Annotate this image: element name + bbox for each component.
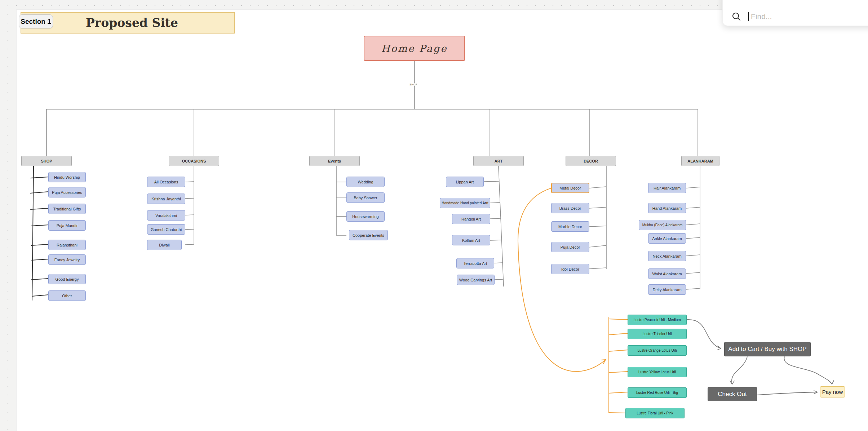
node-puja-accessories[interactable]: Puja Accessories bbox=[48, 187, 86, 197]
text-caret bbox=[748, 12, 749, 21]
node-wood-carvings-art[interactable]: Wood Carvings Art bbox=[457, 275, 495, 285]
node-varalakshmi[interactable]: Varalakshmi bbox=[147, 210, 185, 221]
node-krishna-jayanthi[interactable]: Krishna Jayanthi bbox=[147, 194, 185, 204]
section-frame bbox=[16, 9, 868, 431]
node-lustre-tricolor-urli[interactable]: Lustre Tricolor Urli bbox=[628, 329, 687, 339]
node-handmade-hand-painted-art[interactable]: Handmade Hand painted Arrt bbox=[440, 198, 490, 208]
node-marble-decor[interactable]: Marble Decor bbox=[551, 221, 589, 232]
node-brass-decor[interactable]: Brass Decor bbox=[551, 203, 589, 213]
node-all-occasions[interactable]: All Occasions bbox=[147, 177, 185, 187]
node-lustre-floral-urli[interactable]: Lustre Floral Urli - Pink bbox=[625, 408, 685, 418]
node-wedding[interactable]: Wedding bbox=[346, 177, 385, 187]
node-lippan-art[interactable]: Lippan Art bbox=[446, 177, 484, 187]
category-alankaram[interactable]: ALANKARAM bbox=[681, 156, 719, 166]
node-waist-alankaram[interactable]: Waist Alankaram bbox=[648, 268, 686, 279]
node-good-energy[interactable]: Good Energy bbox=[48, 274, 86, 284]
section-badge[interactable]: Section 1 bbox=[19, 14, 53, 28]
search-panel bbox=[722, 0, 868, 26]
node-lustre-orange-lotus-urli[interactable]: Lustre Orange Lotus Urli bbox=[628, 345, 687, 356]
node-puja-mandir[interactable]: Puja Mandir bbox=[48, 220, 86, 231]
node-mukha-face-alankaram[interactable]: Mukha (Face) Alankaram bbox=[639, 220, 686, 230]
category-shop[interactable]: SHOP bbox=[21, 156, 72, 166]
node-fancy-jewelry[interactable]: Fancy Jewelry bbox=[48, 254, 86, 265]
node-puja-decor[interactable]: Puja Decor bbox=[551, 242, 589, 252]
node-neck-alankaram[interactable]: Neck Alankaram bbox=[648, 251, 686, 261]
node-check-out[interactable]: Check Out bbox=[708, 387, 757, 401]
magnifier-icon bbox=[731, 12, 741, 22]
node-lustre-peacock-urli[interactable]: Lustre Peacock Urli - Medium bbox=[628, 315, 687, 325]
category-occasions[interactable]: OCCASIONS bbox=[169, 156, 219, 166]
node-hindu-worship[interactable]: Hindu Worship bbox=[48, 172, 86, 182]
node-add-to-cart[interactable]: Add to Cart / Buy with SHOP bbox=[724, 342, 811, 356]
node-idol-decor[interactable]: Idol Decor bbox=[551, 264, 589, 274]
category-events[interactable]: Events bbox=[309, 156, 360, 166]
node-housewarming[interactable]: Housewarming bbox=[346, 211, 385, 222]
node-traditional-gifts[interactable]: Traditional Gifts bbox=[48, 204, 86, 214]
node-cooperate-events[interactable]: Cooperate Events bbox=[349, 230, 388, 240]
node-home-page[interactable]: Home Page bbox=[364, 36, 465, 61]
node-ganesh-chaturthi[interactable]: Ganesh Chaturthi bbox=[147, 224, 185, 235]
node-kollam-art[interactable]: Kollam Art bbox=[452, 235, 490, 245]
section-title[interactable]: Proposed Site bbox=[86, 13, 178, 33]
node-terracotta-art[interactable]: Terracotta Art bbox=[456, 258, 494, 268]
node-baby-shower[interactable]: Baby Shower bbox=[346, 192, 385, 203]
node-metal-decor[interactable]: Metal Decor bbox=[551, 183, 589, 193]
node-deity-alankaram[interactable]: Deity Alankaram bbox=[648, 284, 686, 295]
node-hair-alankaram[interactable]: Hair Alankaram bbox=[648, 183, 686, 193]
node-hand-alankaram[interactable]: Hand Alankaram bbox=[648, 203, 686, 213]
node-lustre-yellow-lotus-urli[interactable]: Lustre Yellow Lotus Urli bbox=[628, 367, 687, 377]
category-decor[interactable]: DECOR bbox=[566, 156, 616, 166]
category-art[interactable]: ART bbox=[473, 156, 524, 166]
node-diwali[interactable]: Diwali bbox=[147, 240, 182, 250]
node-pay-now[interactable]: Pay now bbox=[820, 386, 845, 397]
node-lustre-red-rose-urli[interactable]: Lustre Red Rose Urli - Big bbox=[628, 387, 687, 398]
node-rangoli-art[interactable]: Rangoli Art bbox=[452, 214, 490, 224]
search-input[interactable] bbox=[750, 12, 868, 21]
node-rajansthani[interactable]: Rajansthani bbox=[48, 240, 86, 250]
edge-label-shop: SHOP bbox=[408, 83, 418, 86]
node-ankle-alankaram[interactable]: Ankle Alankaram bbox=[648, 233, 686, 244]
node-other[interactable]: Other bbox=[48, 290, 86, 301]
